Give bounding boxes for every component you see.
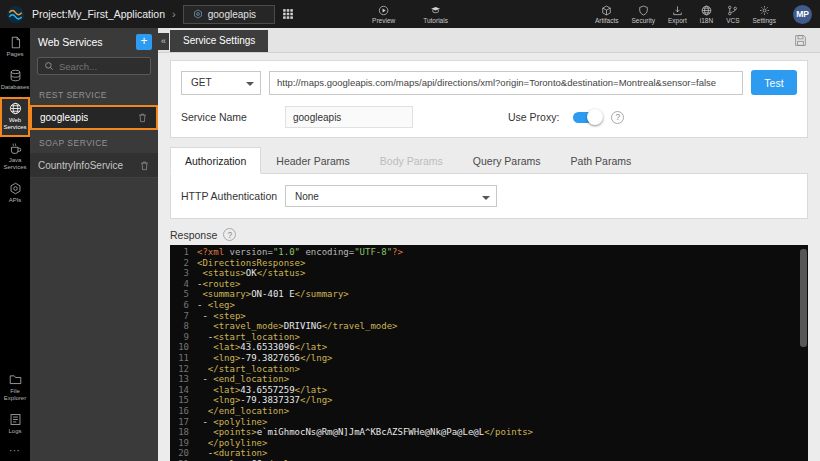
- tab-query-params[interactable]: Query Params: [458, 147, 556, 174]
- search-icon: [44, 61, 54, 71]
- http-method-value: GET: [191, 77, 212, 88]
- test-button[interactable]: Test: [751, 70, 797, 95]
- service-name-label: Service Name: [181, 111, 285, 123]
- sidebar-item-apis[interactable]: APIs: [0, 177, 30, 210]
- code-line: 20 -<duration>: [170, 448, 808, 459]
- service-item-label: CountryInfoService: [38, 160, 123, 171]
- topbar-item-label: Tutorials: [423, 17, 448, 24]
- line-number: 18: [170, 427, 197, 438]
- artifacts-icon: [601, 5, 612, 16]
- authorization-card: HTTP Authentication None: [170, 173, 808, 219]
- tab-service-settings[interactable]: Service Settings: [170, 30, 268, 52]
- code-line: 10 <lat>43.6533096</lat>: [170, 342, 808, 353]
- code-line: 17 - <polyline>: [170, 417, 808, 428]
- fileexplorer-icon: [9, 373, 22, 386]
- tab-authorization[interactable]: Authorization: [170, 147, 261, 174]
- line-number: 16: [170, 406, 197, 417]
- panel-header: Web Services +: [30, 28, 158, 55]
- line-number: 1: [170, 247, 197, 258]
- topbar-item-label: Security: [631, 17, 654, 24]
- app-logo-icon[interactable]: [6, 5, 25, 24]
- scrollbar-thumb[interactable]: [800, 249, 807, 347]
- topbar-item-preview[interactable]: Preview: [372, 5, 395, 24]
- topbar-right: ArtifactsSecurityExporti18NVCSSettings: [595, 5, 776, 24]
- webservices-icon: [9, 102, 22, 115]
- topbar-item-vcs[interactable]: VCS: [726, 5, 739, 24]
- sidebar-item-label: Web Services: [2, 117, 28, 131]
- service-item-googleapis[interactable]: googleapis: [30, 105, 158, 130]
- sidebar-item-web-services[interactable]: Web Services: [0, 97, 30, 137]
- page-body: GET Test Service Name Use Proxy: ? Autho…: [158, 53, 820, 461]
- code-line: 3 <status>OK</status>: [170, 268, 808, 279]
- topbar-item-artifacts[interactable]: Artifacts: [595, 5, 618, 24]
- use-proxy-label: Use Proxy:: [508, 111, 559, 123]
- pages-icon: [9, 36, 22, 49]
- section-title-rest-service: REST SERVICE: [30, 82, 158, 105]
- line-number: 19: [170, 438, 197, 449]
- proxy-help-icon[interactable]: ?: [611, 111, 624, 124]
- sidebar-item-logs[interactable]: Logs: [0, 408, 30, 441]
- sidebar-more-button[interactable]: ⋯: [0, 441, 30, 461]
- use-proxy-toggle[interactable]: [573, 112, 600, 123]
- code-line: 11 <lng>-79.3827656</lng>: [170, 353, 808, 364]
- sidebar-top-group: PagesDatabasesWeb ServicesJava ServicesA…: [0, 31, 30, 210]
- code-line: 12 </start_location>: [170, 364, 808, 375]
- i18n-icon: [701, 5, 712, 16]
- app-window: Project:My_First_Application › googleapi…: [0, 0, 820, 461]
- topbar-item-tutorials[interactable]: Tutorials: [423, 5, 448, 24]
- topbar-item-label: i18N: [700, 17, 713, 24]
- tab-header-params[interactable]: Header Params: [261, 147, 365, 174]
- topbar-item-i18n[interactable]: i18N: [700, 5, 713, 24]
- delete-icon[interactable]: [139, 160, 150, 171]
- logs-icon: [9, 413, 22, 426]
- http-auth-select[interactable]: None: [285, 185, 497, 207]
- delete-icon[interactable]: [137, 112, 148, 123]
- topbar-center: PreviewTutorials: [372, 5, 448, 24]
- apps-grid-icon[interactable]: [282, 8, 294, 20]
- security-icon: [638, 5, 649, 16]
- sidebar-item-label: Databases: [1, 84, 30, 91]
- sidebar-item-databases[interactable]: Databases: [0, 64, 30, 97]
- response-editor[interactable]: 1<?xml version="1.0" encoding="UTF-8"?>2…: [170, 245, 808, 461]
- search-box[interactable]: [37, 57, 151, 75]
- tab-path-params[interactable]: Path Params: [556, 147, 647, 174]
- project-name[interactable]: Project:My_First_Application: [32, 8, 165, 20]
- tab-body-params: Body Params: [365, 147, 458, 174]
- topbar-item-label: Export: [668, 17, 687, 24]
- code-line: 1<?xml version="1.0" encoding="UTF-8"?>: [170, 247, 808, 258]
- main-content: Service Settings GET Test Service Name: [158, 28, 820, 461]
- line-number: 2: [170, 258, 197, 269]
- databases-icon: [9, 69, 22, 82]
- code-line: 8 <travel_mode>DRIVING</travel_mode>: [170, 321, 808, 332]
- topbar-item-security[interactable]: Security: [631, 5, 654, 24]
- vcs-icon: [727, 5, 738, 16]
- sidebar-item-pages[interactable]: Pages: [0, 31, 30, 64]
- sidebar-item-file-explorer[interactable]: File Explorer: [0, 368, 30, 408]
- request-url-input[interactable]: [269, 71, 743, 95]
- response-help-icon[interactable]: ?: [223, 228, 236, 241]
- topbar-item-settings[interactable]: Settings: [753, 5, 777, 24]
- code-line: 4-<route>: [170, 279, 808, 290]
- tabstrip: Service Settings: [158, 28, 820, 53]
- add-service-button[interactable]: +: [136, 34, 152, 50]
- service-name-input[interactable]: [285, 106, 413, 128]
- sidebar-item-label: APIs: [9, 197, 22, 204]
- topbar: Project:My_First_Application › googleapi…: [0, 0, 820, 28]
- preview-icon: [378, 5, 389, 16]
- collapse-panel-button[interactable]: «: [158, 33, 169, 50]
- topbar-item-export[interactable]: Export: [668, 5, 687, 24]
- topbar-item-label: Settings: [753, 17, 777, 24]
- search-input[interactable]: [59, 61, 144, 72]
- user-avatar[interactable]: MP: [793, 5, 812, 24]
- code-line: 6- <leg>: [170, 300, 808, 311]
- service-selector[interactable]: googleapis: [183, 5, 275, 24]
- http-method-select[interactable]: GET: [181, 71, 261, 95]
- http-auth-value: None: [295, 191, 319, 202]
- code-area: 1<?xml version="1.0" encoding="UTF-8"?>2…: [170, 245, 808, 461]
- sidebar-item-label: File Explorer: [1, 388, 29, 402]
- breadcrumb-chevron-icon: ›: [172, 8, 176, 20]
- service-item-countryinfoservice[interactable]: CountryInfoService: [30, 153, 158, 178]
- editor-scrollbar[interactable]: [799, 246, 807, 461]
- save-icon[interactable]: [794, 34, 807, 47]
- sidebar-item-java-services[interactable]: Java Services: [0, 137, 30, 177]
